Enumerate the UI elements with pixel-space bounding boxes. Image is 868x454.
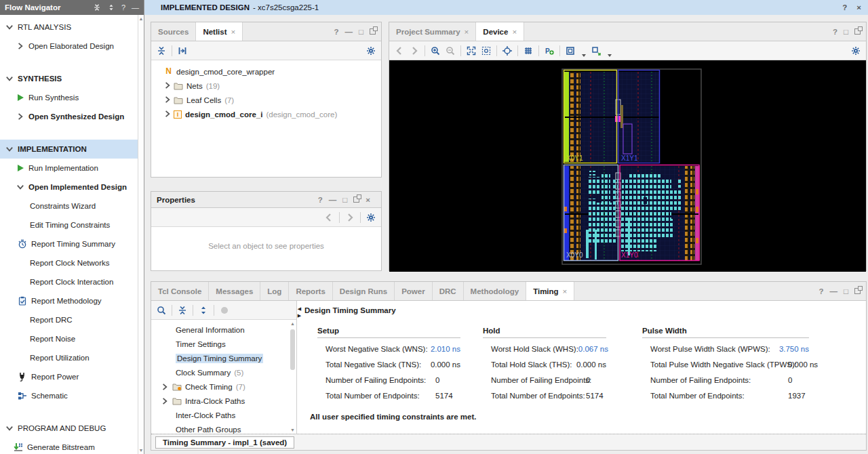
device-canvas[interactable]: X0Y1 X1Y1 X0Y0 X1Y0	[389, 60, 866, 272]
flow-item-edit-timing-constraints[interactable]: Edit Timing Constraints	[0, 215, 138, 234]
scrollbar-thumb[interactable]	[290, 329, 295, 370]
zoom-out-icon[interactable]	[446, 46, 455, 56]
zoom-in-icon[interactable]	[431, 46, 440, 56]
flow-item-constraints-wizard[interactable]: Constraints Wizard	[0, 197, 138, 215]
timing-nav-general-information[interactable]: General Information	[151, 323, 296, 337]
close-icon[interactable]: ×	[512, 28, 517, 36]
maximize-icon[interactable]: □	[844, 28, 848, 36]
help-icon[interactable]: ?	[842, 3, 847, 12]
zoom-to-selection-icon[interactable]	[481, 46, 491, 56]
tab-power[interactable]: Power	[395, 282, 433, 300]
flow-item-open-elaborated-design[interactable]: Open Elaborated Design	[0, 37, 138, 56]
expand-all-icon[interactable]	[107, 3, 115, 12]
draw-pblock-icon[interactable]	[545, 46, 554, 56]
minimize-icon[interactable]: —	[329, 196, 337, 204]
tab-log[interactable]: Log	[260, 282, 289, 300]
help-icon[interactable]: ?	[318, 196, 323, 204]
routing-resources-icon[interactable]	[524, 46, 533, 56]
netlist-nets[interactable]: Nets(19)	[154, 79, 378, 93]
timing-nav-timer-settings[interactable]: Timer Settings	[151, 337, 296, 351]
sidebar-scrollbar[interactable]: ▲▼	[138, 15, 144, 454]
scroll-down-icon[interactable]: ▼	[139, 448, 144, 453]
minimize-icon[interactable]: —	[132, 3, 139, 12]
flow-section-synthesis[interactable]: SYNTHESIS	[0, 69, 138, 88]
back-arrow-icon[interactable]	[395, 46, 404, 56]
zoom-fit-icon[interactable]	[467, 46, 476, 56]
timing-nav-scrollbar[interactable]: ▲▼	[290, 321, 296, 432]
tab-design-runs[interactable]: Design Runs	[333, 282, 395, 300]
expand-all-icon[interactable]	[199, 306, 208, 315]
netlist-instance[interactable]: Idesign_cmod_core_i(design_cmod_core)	[154, 107, 378, 121]
scroll-up-icon[interactable]: ▲	[139, 16, 144, 21]
whs-value[interactable]: 0.067 ns	[578, 345, 608, 360]
float-icon[interactable]	[854, 28, 861, 35]
help-icon[interactable]: ?	[334, 28, 339, 36]
tab-timing[interactable]: Timing×	[526, 282, 574, 300]
timing-nav-design-timing-summary[interactable]: Design Timing Summary	[151, 351, 296, 365]
wns-value[interactable]: 2.010 ns	[431, 345, 460, 360]
flow-section-program-and-debug[interactable]: PROGRAM AND DEBUG	[0, 419, 138, 438]
tab-tcl-console[interactable]: Tcl Console	[151, 282, 209, 300]
select-area-icon[interactable]	[566, 46, 575, 56]
close-icon[interactable]: ×	[231, 28, 236, 36]
flow-item-report-noise[interactable]: Report Noise	[0, 329, 138, 348]
close-icon[interactable]: ×	[856, 3, 861, 12]
collapse-all-icon[interactable]	[178, 306, 187, 315]
forward-arrow-icon[interactable]	[345, 213, 355, 222]
pane-splitter[interactable]: ◀▶	[297, 301, 302, 434]
tab-project-summary[interactable]: Project Summary×	[389, 22, 476, 41]
flow-item-run-synthesis[interactable]: Run Synthesis	[0, 88, 138, 107]
flow-item-generate-bitstream[interactable]: Generate Bitstream	[0, 438, 138, 454]
timing-summary-doc-tab[interactable]: Timing Summary - impl_1 (saved)	[155, 436, 294, 449]
tab-sources[interactable]: Sources	[151, 22, 196, 41]
flow-section-rtl-analysis[interactable]: RTL ANALYSIS	[0, 18, 138, 37]
close-icon[interactable]: ×	[366, 196, 370, 204]
flow-item-open-synthesized-design[interactable]: Open Synthesized Design	[0, 107, 138, 126]
scroll-down-icon[interactable]: ▼	[290, 428, 295, 432]
tab-drc[interactable]: DRC	[433, 282, 464, 300]
flow-item-report-methodology[interactable]: Report Methodology	[0, 291, 138, 310]
forward-arrow-icon[interactable]	[410, 46, 419, 56]
set-orientation-icon[interactable]	[591, 46, 601, 56]
help-icon[interactable]: ?	[819, 287, 824, 295]
close-icon[interactable]: ×	[465, 28, 469, 36]
minimize-icon[interactable]: —	[830, 287, 838, 295]
scroll-to-selected-icon[interactable]	[178, 46, 187, 56]
netlist-root[interactable]: Ndesign_cmod_core_wrapper	[154, 64, 378, 79]
collapse-right-icon[interactable]: ▶	[298, 313, 301, 318]
collapse-all-icon[interactable]	[157, 46, 166, 56]
flow-item-schematic[interactable]: Schematic	[0, 386, 138, 405]
minimize-icon[interactable]: —	[345, 28, 353, 36]
back-arrow-icon[interactable]	[324, 213, 334, 222]
tab-messages[interactable]: Messages	[209, 282, 260, 300]
tab-device[interactable]: Device×	[476, 22, 524, 41]
settings-gear-icon[interactable]	[366, 213, 376, 222]
help-icon[interactable]: ?	[121, 3, 125, 12]
maximize-icon[interactable]: □	[359, 28, 363, 36]
autofit-selection-icon[interactable]	[502, 46, 512, 56]
flow-item-open-implemented-design[interactable]: Open Implemented Design	[0, 178, 138, 197]
wpws-value[interactable]: 3.750 ns	[779, 345, 809, 360]
flow-item-report-drc[interactable]: Report DRC	[0, 310, 138, 329]
flow-item-report-utilization[interactable]: Report Utilization	[0, 348, 138, 367]
dropdown-caret-icon[interactable]	[608, 54, 612, 57]
maximize-icon[interactable]: □	[844, 287, 848, 295]
timing-nav-other-path-groups[interactable]: Other Path Groups	[151, 422, 296, 434]
timing-nav-inter-clock-paths[interactable]: Inter-Clock Paths	[151, 408, 296, 422]
flow-item-report-timing-summary[interactable]: Report Timing Summary	[0, 234, 138, 253]
dropdown-caret-icon[interactable]	[582, 54, 586, 57]
collapse-left-icon[interactable]: ◀	[298, 306, 301, 312]
flow-section-implementation[interactable]: IMPLEMENTATION	[0, 140, 138, 159]
flow-item-run-implementation[interactable]: Run Implementation	[0, 159, 138, 178]
maximize-icon[interactable]: □	[342, 196, 347, 204]
float-icon[interactable]	[854, 288, 861, 294]
search-icon[interactable]	[157, 306, 166, 315]
help-icon[interactable]: ?	[833, 28, 837, 36]
timing-nav-intra-clock-paths[interactable]: Intra-Clock Paths	[151, 394, 296, 408]
close-icon[interactable]: ×	[563, 287, 568, 295]
flow-item-report-clock-interaction[interactable]: Report Clock Interaction	[0, 272, 138, 291]
tab-methodology[interactable]: Methodology	[464, 282, 527, 300]
tab-netlist[interactable]: Netlist×	[196, 22, 243, 41]
float-icon[interactable]	[370, 28, 376, 35]
timing-nav-clock-summary[interactable]: Clock Summary(5)	[151, 365, 296, 379]
